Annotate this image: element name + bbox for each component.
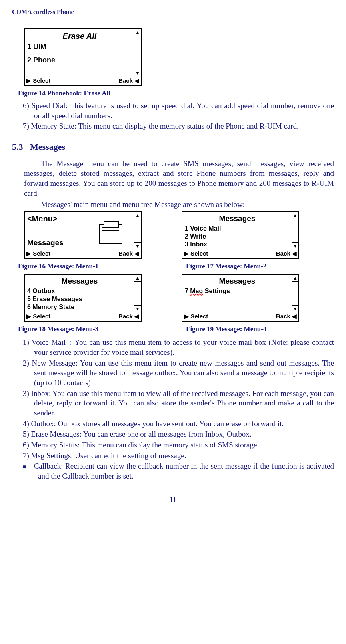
softkey-select: Select	[190, 313, 208, 320]
fig16-label: Messages	[25, 238, 66, 248]
scroll-down-icon: ▼	[134, 305, 141, 312]
para-1: The Message menu can be used to create S…	[24, 159, 334, 199]
tri-right-icon: ▶	[184, 250, 189, 257]
softkey-select: Select	[33, 77, 50, 84]
fig18-item-6: 6 Memory State	[25, 303, 134, 311]
list2-item-4: 4) Outbox: Outbox stores all messages yo…	[34, 419, 334, 429]
section-number: 5.3	[12, 141, 30, 153]
scroll-up-icon: ▲	[292, 212, 298, 219]
fig19-title: Messages	[182, 276, 292, 287]
scroll-up-icon: ▲	[134, 212, 141, 219]
softkey-select: Select	[190, 250, 208, 257]
fig17-item-2: 2 Write	[182, 233, 292, 241]
doc-header: CDMA cordless Phone	[12, 8, 334, 16]
fig18-title: Messages	[25, 276, 134, 287]
figure-14-screen: Erase All 1 UIM 2 Phone ▲ ▼ ▶ Select Bac…	[24, 28, 142, 86]
para-2: Messages' main menu and menu tree Messag…	[24, 200, 334, 210]
list1-item-7: 7) Memory State: This menu can display t…	[34, 121, 334, 131]
fig14-item-2: 2 Phone	[25, 55, 134, 65]
scrollbar: ▲ ▼	[134, 29, 141, 76]
list2-item-5: 5) Erase Messages: You can erase one or …	[34, 429, 334, 439]
softkey-bar: ▶ Select Back ◀	[25, 249, 141, 258]
fig19-msg: Msg	[190, 288, 203, 294]
fig18-caption: Figure 18 Message: Menu-3	[18, 325, 134, 334]
list2-item-1: 1) Voice Mail：You can use this menu item…	[34, 338, 334, 357]
scrollbar: ▲ ▼	[292, 275, 298, 312]
fig17-caption: Figure 17 Message: Menu-2	[186, 262, 266, 271]
list2-item-7: 7) Msg Settings: User can edit the setti…	[34, 451, 334, 461]
figure-19-screen: Messages 7 Msg Settings ▲ ▼ ▶ Select Bac…	[182, 274, 299, 322]
tri-left-icon: ◀	[134, 250, 139, 257]
softkey-back: Back	[118, 250, 133, 257]
fig17-write: Write	[190, 233, 206, 240]
envelope-icon	[99, 224, 122, 244]
softkey-back: Back	[276, 313, 290, 320]
scroll-up-icon: ▲	[292, 275, 298, 282]
tri-right-icon: ▶	[26, 313, 31, 320]
softkey-back: Back	[276, 250, 290, 257]
softkey-bar: ▶ Select Back ◀	[182, 249, 298, 258]
list2-item-3: 3) Inbox: You can use this menu item to …	[34, 389, 334, 418]
fig14-item-1: 1 UIM	[25, 42, 134, 52]
list2-bullet-1: ■ Callback: Recipient can view the callb…	[38, 461, 334, 481]
figure-17-screen: Messages 1 Voice Mail 2 Write 3 Inbox ▲ …	[182, 211, 299, 259]
section-heading: 5.3Messages	[12, 141, 334, 153]
list1-item-6: 6) Speed Dial: This feature is used to s…	[34, 101, 334, 121]
softkey-back: Back	[118, 313, 133, 320]
tri-right-icon: ▶	[26, 77, 31, 85]
scroll-down-icon: ▼	[134, 70, 141, 76]
fig18-item-5: 5 Erase Messages	[25, 295, 134, 303]
softkey-bar: ▶ Select Back ◀	[182, 312, 298, 321]
scroll-down-icon: ▼	[292, 242, 298, 249]
list2-item-6: 6) Memory Status: This menu can display …	[34, 440, 334, 450]
softkey-bar: ▶ Select Back ◀	[25, 312, 141, 321]
fig16-caption: Figure 16 Message: Menu-1	[18, 262, 134, 271]
tri-left-icon: ◀	[292, 250, 297, 257]
fig19-caption: Figure 19 Message: Menu-4	[186, 325, 266, 334]
figure-18-screen: Messages 4 Outbox 5 Erase Messages 6 Mem…	[24, 274, 142, 322]
softkey-select: Select	[33, 250, 50, 257]
tri-left-icon: ◀	[292, 313, 297, 320]
fig19-item-7: 7 Msg Settings	[182, 287, 292, 295]
fig17-item-1: 1 Voice Mail	[182, 225, 292, 233]
softkey-select: Select	[33, 313, 50, 320]
tri-right-icon: ▶	[26, 250, 31, 257]
scroll-up-icon: ▲	[134, 29, 141, 36]
tri-right-icon: ▶	[184, 313, 189, 320]
page-number: 11	[12, 495, 334, 505]
softkey-bar: ▶ Select Back ◀	[25, 76, 141, 85]
square-bullet-icon: ■	[23, 463, 32, 471]
figure-16-screen: <Menu> Messages ▲ ▼ ▶ Select Back ◀	[24, 211, 142, 259]
fig14-title: Erase All	[25, 30, 134, 42]
fig17-title: Messages	[182, 213, 292, 225]
softkey-back: Back	[118, 77, 133, 84]
scroll-down-icon: ▼	[292, 305, 298, 312]
scrollbar: ▲ ▼	[134, 275, 141, 312]
scrollbar: ▲ ▼	[292, 212, 298, 249]
list2-item-2: 2) New Message: You can use this menu it…	[34, 358, 334, 388]
tri-left-icon: ◀	[134, 313, 139, 320]
section-title: Messages	[30, 142, 65, 152]
fig14-caption: Figure 14 Phonebook: Erase All	[18, 89, 334, 98]
scrollbar: ▲ ▼	[134, 212, 141, 249]
fig17-item-3: 3 Inbox	[182, 241, 292, 248]
scroll-up-icon: ▲	[134, 275, 141, 282]
fig18-item-4: 4 Outbox	[25, 287, 134, 295]
scroll-down-icon: ▼	[134, 242, 141, 249]
tri-left-icon: ◀	[134, 77, 139, 85]
